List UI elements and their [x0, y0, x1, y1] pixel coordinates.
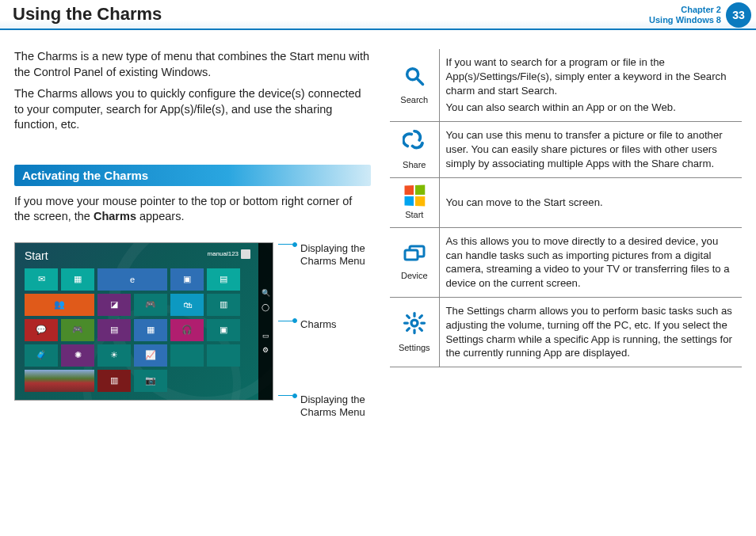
device-description: As this allows you to move directly to a… — [439, 227, 742, 297]
start-tiles: ✉ ▦ e ▣ ▤ 👥 ◪ 🎮 🛍 ▥ 💬 🎮 ▤ ▦ 🎧 ▣ — [25, 268, 240, 392]
tile-photos: ◪ — [97, 294, 131, 316]
svg-rect-3 — [405, 250, 418, 260]
charms-bar-device-icon: ▭ — [261, 331, 270, 340]
search-icon — [403, 65, 426, 87]
share-icon — [403, 128, 426, 152]
tile-generic — [170, 344, 204, 367]
chapter-line-1: Chapter 2 — [649, 5, 721, 15]
table-row: Device As this allows you to move direct… — [390, 227, 742, 297]
start-description: You can move to the Start screen. — [439, 177, 742, 227]
chapter-line-2: Using Windows 8 — [649, 15, 721, 25]
tile-generic: ▣ — [170, 268, 204, 291]
search-charm-cell: Search — [390, 49, 439, 122]
svg-line-10 — [419, 328, 422, 330]
windows-logo-icon — [404, 184, 425, 206]
table-row: Settings The Settings charm allows you t… — [390, 298, 742, 367]
svg-line-1 — [417, 78, 422, 84]
start-charm-cell: Start — [390, 177, 439, 227]
section-body: If you move your mouse pointer to the to… — [14, 194, 371, 225]
device-icon — [403, 243, 426, 264]
table-row: Share You can use this menu to transfer … — [390, 122, 742, 178]
svg-point-4 — [411, 320, 418, 326]
tile-camera: 📷 — [134, 370, 167, 392]
start-screen-title: Start — [25, 249, 48, 262]
intro-text: The Charms is a new type of menu that co… — [14, 49, 371, 133]
tile-generic: ▤ — [207, 268, 240, 291]
charms-description-table: Search If you want to search for a progr… — [390, 49, 742, 367]
tile-generic: ▥ — [207, 294, 240, 316]
device-charm-cell: Device — [390, 227, 439, 297]
search-description: If you want to search for a program or f… — [439, 49, 742, 122]
callouts: Displaying the Charms Menu Charms Displa… — [278, 242, 371, 419]
share-description: You can use this menu to transfer a pict… — [439, 122, 742, 178]
callout-bottom: Displaying the Charms Menu — [300, 393, 371, 420]
charms-bar-share-icon: ◯ — [261, 302, 270, 312]
settings-description: The Settings charm allows you to perform… — [439, 298, 742, 367]
settings-charm-cell: Settings — [390, 298, 439, 367]
tile-chart: ▤ — [97, 319, 131, 341]
search-label: Search — [396, 94, 433, 106]
tile-generic — [207, 344, 240, 367]
start-screen-user: manual123 — [207, 249, 250, 259]
tile-calendar: ▦ — [61, 268, 94, 291]
tile-weather: ▦ — [134, 319, 167, 341]
page-header: Using the Charms Chapter 2 Using Windows… — [0, 0, 756, 30]
intro-paragraph-2: The Charms allows you to quickly configu… — [14, 86, 371, 133]
share-label: Share — [396, 159, 433, 171]
tile-bag: 🧳 — [25, 344, 58, 367]
tile-reader: ▥ — [97, 370, 131, 392]
tile-ie: e — [97, 268, 167, 291]
page-number-badge: 33 — [726, 2, 751, 28]
share-charm-cell: Share — [390, 122, 439, 178]
svg-line-11 — [407, 328, 409, 330]
settings-label: Settings — [396, 342, 433, 354]
section-heading-activating: Activating the Charms — [14, 165, 371, 186]
tile-hub: ✺ — [61, 344, 94, 367]
svg-line-9 — [407, 315, 409, 317]
table-row: Start You can move to the Start screen. — [390, 177, 742, 227]
tile-people: 👥 — [25, 294, 94, 316]
tile-generic: ▣ — [207, 319, 240, 341]
charms-bar-start-icon — [261, 317, 270, 326]
tile-music: 🎧 — [170, 319, 204, 341]
tile-msg: 💬 — [25, 319, 58, 341]
page-title: Using the Charms — [0, 4, 162, 25]
tile-store: 🛍 — [170, 294, 204, 316]
intro-paragraph-1: The Charms is a new type of menu that co… — [14, 49, 371, 80]
start-screen-mock: Start manual123 ✉ ▦ e ▣ ▤ 👥 ◪ 🎮 🛍 ▥ 💬 🎮 … — [14, 242, 273, 401]
callout-top: Displaying the Charms Menu — [300, 242, 371, 268]
tile-mail: ✉ — [25, 268, 58, 291]
table-row: Search If you want to search for a progr… — [390, 49, 742, 122]
charms-bar: 🔍 ◯ ▭ ⚙ — [258, 243, 273, 400]
charms-bar-settings-icon: ⚙ — [261, 345, 270, 355]
tile-stats: 📈 — [134, 344, 167, 367]
tile-sun: ☀ — [97, 344, 131, 367]
device-label: Device — [396, 270, 433, 282]
svg-line-12 — [419, 315, 422, 317]
tile-photo — [25, 370, 94, 392]
charms-bar-search-icon: 🔍 — [261, 288, 270, 298]
tile-games: 🎮 — [134, 294, 167, 316]
gear-icon — [403, 311, 426, 335]
start-label: Start — [396, 209, 433, 221]
tile-xbox: 🎮 — [61, 319, 94, 341]
callout-mid: Charms — [300, 318, 337, 331]
chapter-indicator: Chapter 2 Using Windows 8 33 — [649, 0, 756, 30]
